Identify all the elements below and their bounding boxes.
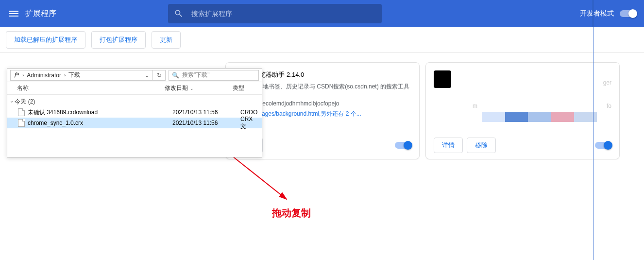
search-icon	[174, 9, 184, 18]
dev-mode-label: 开发者模式	[580, 9, 614, 18]
explorer-addressbar: 户› Administrator› 下载 ⌄ ↻ 🔍 搜索"下载"	[7, 69, 262, 82]
col-name[interactable]: 名称	[11, 84, 165, 92]
card-footer: 详情 移除	[434, 138, 611, 153]
search-input[interactable]	[191, 10, 376, 17]
toolbar: 加载已解压的扩展程序 打包扩展程序 更新	[0, 27, 644, 52]
extension-card-2: ger m fo 详情 移除	[425, 62, 620, 159]
page-title: 扩展程序	[25, 9, 56, 19]
search-icon: 🔍	[172, 72, 179, 79]
pack-button[interactable]: 打包扩展程序	[91, 31, 146, 49]
blurred-text: m	[473, 103, 477, 109]
divider-line	[593, 0, 593, 27]
update-button[interactable]: 更新	[152, 31, 181, 49]
caret-icon: ›	[9, 101, 15, 103]
menu-icon[interactable]	[8, 8, 19, 19]
search-box[interactable]	[168, 4, 382, 23]
file-icon	[18, 108, 25, 116]
file-explorer: 户› Administrator› 下载 ⌄ ↻ 🔍 搜索"下载" 名称 修改日…	[7, 68, 262, 157]
dev-mode-toggle[interactable]	[620, 10, 636, 17]
annotation-text: 拖动复制	[272, 207, 311, 220]
path-breadcrumb[interactable]: 户› Administrator› 下载 ⌄	[10, 70, 153, 81]
extension-toggle[interactable]	[595, 142, 611, 149]
group-today[interactable]: › 今天 (2)	[7, 95, 262, 107]
file-icon	[18, 119, 25, 127]
blurred-text: fo	[607, 103, 611, 109]
remove-button[interactable]: 移除	[467, 138, 496, 153]
col-type[interactable]: 类型	[233, 84, 258, 92]
load-unpacked-button[interactable]: 加载已解压的扩展程序	[6, 31, 85, 49]
file-row[interactable]: chrome_sync_1.0.crx 2021/10/13 11:56 CRX…	[7, 118, 262, 128]
card-view-link[interactable]: pages/background.html,另外还有 2 个...	[258, 110, 361, 117]
col-date[interactable]: 修改日期 ⌄	[165, 84, 233, 92]
explorer-search[interactable]: 🔍 搜索"下载"	[169, 70, 259, 81]
refresh-icon[interactable]: ↻	[153, 70, 166, 81]
extension-toggle[interactable]	[395, 142, 411, 149]
chevron-down-icon[interactable]: ⌄	[145, 72, 150, 79]
blurred-text: ger	[603, 79, 611, 86]
extension-icon	[434, 70, 451, 88]
header: 扩展程序 开发者模式	[0, 0, 644, 27]
file-row[interactable]: 未确认 341689.crdownload 2021/10/13 11:56 C…	[7, 107, 262, 118]
header-right: 开发者模式	[580, 9, 636, 18]
divider-line	[593, 27, 593, 260]
details-button[interactable]: 详情	[434, 138, 463, 153]
sort-desc-icon: ⌄	[190, 86, 194, 91]
column-headers: 名称 修改日期 ⌄ 类型	[7, 82, 262, 95]
